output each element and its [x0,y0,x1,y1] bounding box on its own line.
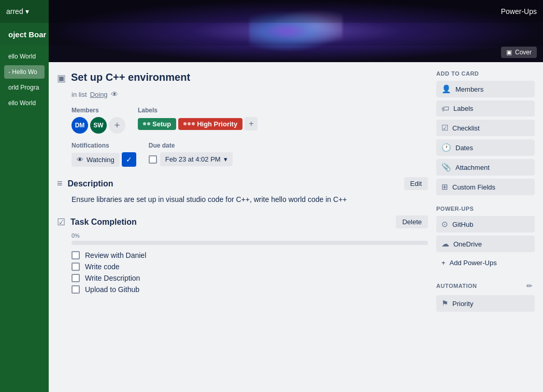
edit-description-button[interactable]: Edit [404,177,428,190]
notifications-label: Notifications [72,142,136,149]
automation-edit-button[interactable]: ✏ [524,281,535,291]
fields-row: Members DM SW + Labe [72,107,428,134]
due-date-label: Due date [149,142,233,149]
description-header: ≡ Description Edit [57,177,428,190]
card-title-icon: ▣ [57,72,66,84]
clock-icon: 🕐 [441,143,451,152]
person-icon: 👤 [441,84,451,94]
chevron-down-icon: ▾ [224,155,227,163]
delete-task-button[interactable]: Delete [396,215,428,228]
github-sidebar-button[interactable]: ⊙ GitHub [436,216,535,233]
task-title: Task Completion [70,217,137,227]
checklist-text-0: Review with Daniel [85,251,146,259]
board-title: oject Boar [8,30,46,39]
checklist-sidebar-label: Checklist [452,124,480,132]
label-dots-priority [183,122,195,125]
task-title-row: ☑ Task Completion [57,216,137,228]
top-bar-right: Power-Ups [501,7,537,16]
checklist-text-2: Write Description [85,274,140,282]
top-bar-title[interactable]: arred ▾ [6,7,29,16]
subtitle-prefix: in list [72,91,87,98]
checklist-checkbox-0[interactable] [72,251,80,259]
sidebar-item-1[interactable]: - Hello Wo [4,65,45,79]
progress-bar-container: 0% [72,233,428,245]
checklist-sidebar-icon: ☑ [441,123,448,133]
labels-icon: 🏷 [441,104,449,113]
automation-priority-button[interactable]: ⚑ Priority [436,295,535,312]
checklist-checkbox-3[interactable] [72,285,80,294]
checklist-items: Review with Daniel Write code Write Desc… [72,251,428,294]
checklist-item-3: Upload to Github [72,285,428,294]
add-power-up-button[interactable]: + Add Power-Ups [436,255,535,270]
members-sidebar-button[interactable]: 👤 Members [436,81,535,97]
add-member-button[interactable]: + [109,117,125,134]
custom-fields-sidebar-label: Custom Fields [452,183,495,191]
members-list: DM SW + [72,117,125,134]
card-sidebar: Add to card 👤 Members 🏷 Labels ☑ Checkli… [436,70,535,384]
add-power-up-label: Add Power-Ups [450,259,497,267]
avatar-dm[interactable]: DM [72,117,88,134]
card-main: ▣ Set up C++ environment in list Doing 👁… [57,70,428,384]
description-section: ≡ Description Edit Ensure libraries are … [57,177,428,205]
automation-icon: ⚑ [441,299,448,308]
label-dots-setup [143,122,150,125]
sidebar-item-2[interactable]: orld Progra [4,81,45,94]
dates-sidebar-label: Dates [455,144,473,152]
card-title-section: ▣ Set up C++ environment [57,70,428,84]
avatar-sw[interactable]: SW [90,117,107,134]
label-setup[interactable]: Setup [138,118,176,130]
top-bar-left: arred ▾ [6,7,29,16]
eye-icon: 👁 [77,156,83,164]
card-content: ▣ Set up C++ environment in list Doing 👁… [49,62,543,392]
watching-check-button[interactable]: ✓ [122,152,136,167]
github-sidebar-label: GitHub [452,221,473,228]
add-to-card-group: Add to card 👤 Members 🏷 Labels ☑ Checkli… [436,70,535,195]
due-date-field: Due date Feb 23 at 4:02 PM ▾ [149,142,233,167]
checklist-text-3: Upload to Github [85,285,139,294]
checklist-checkbox-2[interactable] [72,274,80,282]
card-title[interactable]: Set up C++ environment [71,70,190,84]
checklist-sidebar-button[interactable]: ☑ Checklist [436,120,535,136]
onedrive-sidebar-button[interactable]: ☁ OneDrive [436,236,535,252]
attach-icon: 📎 [441,163,451,172]
labels-sidebar-label: Labels [453,105,473,112]
labels-label: Labels [138,107,258,114]
sidebar-item-0[interactable]: ello World [4,50,45,63]
automation-label: Priority [452,300,473,308]
members-field: Members DM SW + [72,107,125,134]
label-setup-text: Setup [152,120,171,128]
label-high-priority[interactable]: High Priority [178,118,242,130]
checklist-item-2: Write Description [72,274,428,282]
check-mark: ✓ [126,155,132,164]
cover-button[interactable]: ▣ Cover [501,47,537,58]
pencil-icon: ✏ [526,282,533,290]
progress-bar [72,241,428,245]
list-name-link[interactable]: Doing [90,91,108,98]
sidebar-item-3[interactable]: ello World [4,96,45,110]
labels-list: Setup High Priority + [138,117,258,130]
card-subtitle: in list Doing 👁 [72,90,428,98]
automation-group: Automation ✏ ⚑ Priority [436,281,535,312]
members-sidebar-label: Members [455,85,483,93]
labels-field: Labels Setup High Priority [138,107,258,134]
custom-fields-sidebar-button[interactable]: ⊞ Custom Fields [436,179,535,195]
checklist-item-0: Review with Daniel [72,251,428,259]
description-title-row: ≡ Description [57,178,113,189]
add-to-card-title: Add to card [436,70,535,77]
board-title-bar: oject Boar [0,23,543,46]
attachment-sidebar-button[interactable]: 📎 Attachment [436,159,535,176]
power-ups-label: Power-Ups [501,7,537,16]
description-icon: ≡ [57,178,63,189]
labels-sidebar-button[interactable]: 🏷 Labels [436,100,535,117]
avatar-dm-initials: DM [75,122,85,129]
avatar-sw-initials: SW [93,122,103,129]
task-header: ☑ Task Completion Delete [57,215,428,228]
watching-button[interactable]: 👁 Watching [72,153,120,167]
add-label-button[interactable]: + [245,117,258,130]
due-date-checkbox[interactable] [149,155,157,164]
due-date-button[interactable]: Feb 23 at 4:02 PM ▾ [160,152,233,166]
dates-sidebar-button[interactable]: 🕐 Dates [436,139,535,156]
checklist-text-1: Write code [85,263,120,271]
checklist-checkbox-1[interactable] [72,263,80,271]
watch-icon[interactable]: 👁 [111,90,118,98]
